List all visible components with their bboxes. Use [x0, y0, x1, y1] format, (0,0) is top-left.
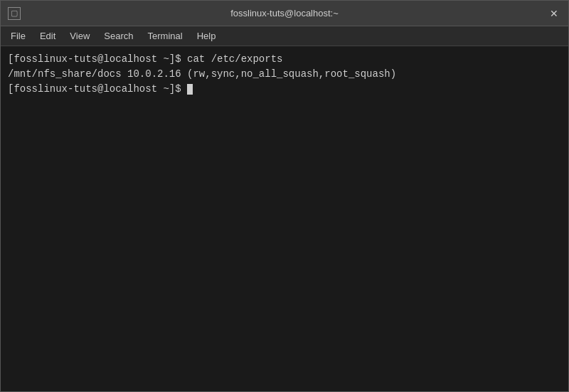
menu-item-search[interactable]: Search [97, 29, 140, 43]
menu-item-help[interactable]: Help [190, 29, 223, 43]
prompt-1: [fosslinux-tuts@localhost ~]$ [8, 53, 187, 65]
window-icon: ▢ [8, 7, 21, 20]
terminal-window: ▢ fosslinux-tuts@localhost:~ ✕ File Edit… [0, 0, 569, 392]
window-icon-symbol: ▢ [11, 9, 18, 18]
menu-item-terminal[interactable]: Terminal [141, 29, 190, 43]
cursor [187, 84, 193, 95]
close-button[interactable]: ✕ [547, 7, 561, 20]
window-title: fosslinux-tuts@localhost:~ [230, 8, 339, 18]
terminal-line-3: [fosslinux-tuts@localhost ~]$ [8, 82, 561, 97]
menu-item-view[interactable]: View [63, 29, 97, 43]
menu-item-file[interactable]: File [4, 29, 33, 43]
terminal-body[interactable]: [fosslinux-tuts@localhost ~]$ cat /etc/e… [1, 46, 568, 391]
menu-item-edit[interactable]: Edit [33, 29, 63, 43]
terminal-line-2: /mnt/nfs_share/docs 10.0.2.16 (rw,sync,n… [8, 67, 561, 82]
terminal-line-1: [fosslinux-tuts@localhost ~]$ cat /etc/e… [8, 52, 561, 67]
title-bar: ▢ fosslinux-tuts@localhost:~ ✕ [1, 1, 568, 26]
command-1: cat /etc/exports [187, 53, 282, 65]
output-1: /mnt/nfs_share/docs 10.0.2.16 (rw,sync,n… [8, 68, 396, 80]
menu-bar: File Edit View Search Terminal Help [1, 26, 568, 46]
title-bar-left: ▢ [8, 7, 21, 20]
prompt-2: [fosslinux-tuts@localhost ~]$ [8, 83, 187, 95]
